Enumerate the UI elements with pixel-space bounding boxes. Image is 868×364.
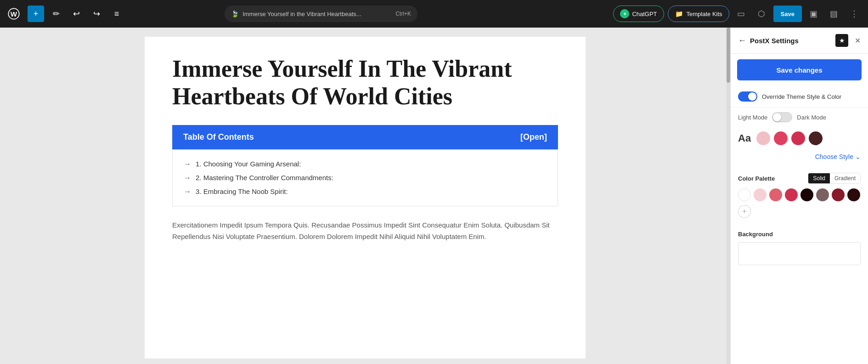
- override-toggle-knob: [748, 92, 756, 101]
- background-preview[interactable]: [738, 242, 861, 265]
- toolbar-right: ✦ ChatGPT 📁 Template Kits ▭ ⬡ Save ▣ ▤ ⋮: [613, 6, 862, 22]
- chatgpt-label: ChatGPT: [632, 11, 657, 17]
- mode-row: Light Mode Dark Mode: [731, 108, 868, 127]
- page-content: Immerse Yourself In The Vibrant Heartbea…: [145, 37, 586, 358]
- main: Immerse Yourself In The Vibrant Heartbea…: [0, 28, 868, 364]
- light-mode-label: Light Mode: [738, 114, 767, 121]
- add-swatch-row: +: [738, 205, 861, 220]
- desktop-view-button[interactable]: ▭: [733, 6, 750, 22]
- chatgpt-icon: ✦: [620, 9, 629, 18]
- toc-header: Table Of Contents [Open]: [183, 132, 547, 142]
- palette-swatch-6[interactable]: [832, 188, 845, 201]
- color-swatch-3[interactable]: [809, 131, 823, 145]
- toc-heading: Table Of Contents: [183, 132, 254, 142]
- palette-swatch-0[interactable]: [738, 188, 751, 201]
- url-bar[interactable]: 🍃 Immerse Yourself in the Vibrant Heartb…: [225, 6, 417, 22]
- aa-label: Aa: [738, 132, 751, 144]
- add-block-button[interactable]: +: [28, 6, 44, 22]
- add-swatch-button[interactable]: +: [738, 205, 751, 218]
- layout-button[interactable]: ▣: [806, 6, 822, 22]
- palette-colors: [738, 188, 861, 201]
- toc-arrow-3: →: [184, 188, 191, 196]
- color-swatch-0[interactable]: [756, 131, 770, 145]
- chatgpt-button[interactable]: ✦ ChatGPT: [613, 6, 664, 22]
- color-swatch-2[interactable]: [791, 131, 805, 145]
- panel-back-button[interactable]: ←: [738, 36, 746, 46]
- toc-item-3-text: 3. Embracing The Noob Spirit:: [196, 188, 288, 195]
- palette-swatch-5[interactable]: [816, 188, 829, 201]
- list-view-button[interactable]: ≡: [108, 6, 125, 22]
- wp-logo: W: [6, 6, 22, 22]
- toc-item-3[interactable]: → 3. Embracing The Noob Spirit:: [184, 185, 547, 199]
- typography-swatches-row: Aa: [731, 127, 868, 150]
- right-panel: ← PostX Settings ★ ✕ Save changes Overri…: [730, 28, 868, 364]
- toc-item-2[interactable]: → 2. Mastering The Controller Commandmen…: [184, 171, 547, 185]
- toc-arrow-1: →: [184, 160, 191, 168]
- dark-mode-label: Dark Mode: [797, 114, 826, 121]
- canvas-area[interactable]: Immerse Yourself In The Vibrant Heartbea…: [0, 28, 730, 364]
- palette-header: Color Palette Solid Gradient: [738, 173, 861, 184]
- palette-swatch-1[interactable]: [754, 188, 767, 201]
- page-title: Immerse Yourself In The Vibrant Heartbea…: [172, 55, 558, 110]
- choose-style-label: Choose Style: [815, 153, 853, 160]
- choose-style-button[interactable]: Choose Style ⌄: [815, 153, 861, 160]
- panel-star-button[interactable]: ★: [835, 34, 848, 47]
- split-view-button[interactable]: ▤: [826, 6, 842, 22]
- keyboard-shortcut: Ctrl+K: [395, 11, 411, 17]
- panel-title: PostX Settings: [750, 37, 832, 45]
- palette-swatch-4[interactable]: [800, 188, 813, 201]
- pencil-button[interactable]: ✏: [48, 6, 64, 22]
- toc-arrow-2: →: [184, 174, 191, 182]
- background-title: Background: [738, 231, 861, 238]
- undo-button[interactable]: ↩: [68, 6, 85, 22]
- template-kits-button[interactable]: 📁 Template Kits: [668, 6, 729, 22]
- mode-toggle[interactable]: [772, 112, 792, 122]
- toc-toggle[interactable]: [Open]: [520, 132, 547, 142]
- template-kits-icon: 📁: [675, 9, 684, 18]
- save-changes-button[interactable]: Save changes: [737, 59, 862, 80]
- override-toggle[interactable]: [738, 91, 757, 102]
- save-button[interactable]: Save: [773, 6, 802, 22]
- override-theme-section: Override Theme Style & Color: [731, 86, 868, 108]
- gradient-tab[interactable]: Gradient: [830, 173, 860, 183]
- redo-button[interactable]: ↪: [88, 6, 105, 22]
- color-palette-title: Color Palette: [738, 175, 775, 182]
- panel-close-button[interactable]: ✕: [855, 36, 861, 45]
- scrollbar-track[interactable]: [727, 28, 730, 364]
- override-toggle-label: Override Theme Style & Color: [762, 93, 841, 100]
- mode-toggle-knob: [773, 113, 781, 121]
- template-kits-label: Template Kits: [687, 11, 722, 17]
- toc-item-1[interactable]: → 1. Choosing Your Gaming Arsenal:: [184, 157, 547, 171]
- leaf-icon: 🍃: [231, 10, 239, 17]
- choose-style-chevron: ⌄: [855, 153, 861, 160]
- more-options-button[interactable]: ⋮: [846, 6, 862, 22]
- palette-section: Color Palette Solid Gradient +: [731, 167, 868, 225]
- solid-tab[interactable]: Solid: [808, 173, 830, 183]
- background-section: Background: [731, 225, 868, 271]
- svg-text:W: W: [11, 10, 17, 18]
- toc-items: → 1. Choosing Your Gaming Arsenal: → 2. …: [172, 149, 558, 206]
- palette-swatch-2[interactable]: [769, 188, 782, 201]
- color-swatch-1[interactable]: [774, 131, 788, 145]
- toolbar: W + ✏ ↩ ↪ ≡ 🍃 Immerse Yourself in the Vi…: [0, 0, 868, 28]
- choose-style-row: Choose Style ⌄: [731, 150, 868, 167]
- panel-header: ← PostX Settings ★ ✕: [731, 28, 868, 54]
- scrollbar-thumb[interactable]: [727, 28, 730, 83]
- toc-block: Table Of Contents [Open]: [172, 125, 558, 149]
- toc-item-1-text: 1. Choosing Your Gaming Arsenal:: [196, 160, 301, 168]
- external-link-button[interactable]: ⬡: [753, 6, 770, 22]
- palette-swatch-7[interactable]: [847, 188, 860, 201]
- palette-swatch-3[interactable]: [785, 188, 798, 201]
- palette-tabs: Solid Gradient: [808, 173, 861, 184]
- toc-item-2-text: 2. Mastering The Controller Commandments…: [196, 174, 333, 182]
- url-text: Immerse Yourself in the Vibrant Heartbea…: [242, 11, 392, 17]
- page-body: Exercitationem Impedit Ipsum Tempora Qui…: [172, 219, 558, 243]
